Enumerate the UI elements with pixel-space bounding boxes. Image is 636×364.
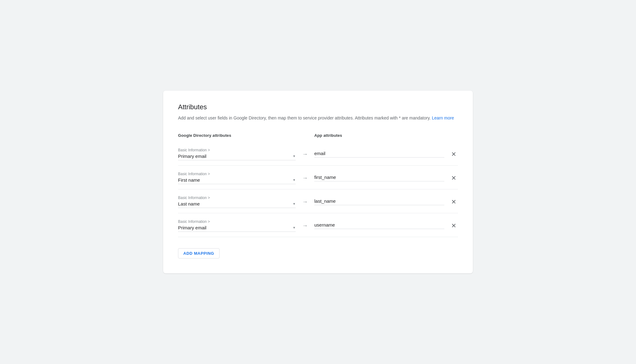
arrow-col-1: → (296, 175, 314, 181)
app-attr-1: ✕ (314, 174, 458, 182)
attr-select-wrapper-2[interactable]: Last name ▼ (178, 201, 296, 208)
remove-mapping-button-3[interactable]: ✕ (449, 221, 458, 230)
chevron-down-icon-0[interactable]: ▼ (293, 154, 296, 158)
attributes-card: Attributes Add and select user fields in… (163, 91, 473, 273)
app-attr-2: ✕ (314, 197, 458, 206)
right-column-label: App attributes (314, 133, 342, 138)
description-text: Add and select user fields in Google Dir… (178, 115, 431, 120)
arrow-col-3: → (296, 223, 314, 229)
app-attr-0: ✕ (314, 150, 458, 158)
attr-select-wrapper-3[interactable]: Primary email ▼ (178, 225, 296, 232)
mapping-row: Basic Information > Primary email ▼ → ✕ (178, 213, 458, 237)
mapping-row: Basic Information > Last name ▼ → ✕ (178, 189, 458, 213)
remove-mapping-button-2[interactable]: ✕ (449, 197, 458, 206)
chevron-down-icon-1[interactable]: ▼ (293, 178, 296, 182)
app-attr-input-1[interactable] (314, 175, 444, 181)
google-attr-1: Basic Information > First name ▼ (178, 172, 296, 184)
mapping-row: Basic Information > Primary email ▼ → ✕ (178, 142, 458, 166)
columns-header: Google Directory attributes App attribut… (178, 132, 458, 139)
left-column-header: Google Directory attributes (178, 132, 296, 138)
arrow-right-icon-1: → (302, 175, 308, 181)
attr-select-value-3: Primary email (178, 225, 290, 230)
attr-select-value-1: First name (178, 177, 290, 183)
add-mapping-button[interactable]: ADD MAPPING (178, 248, 220, 258)
attr-select-value-0: Primary email (178, 154, 290, 159)
left-column-label: Google Directory attributes (178, 133, 231, 138)
attr-category-0: Basic Information > (178, 148, 296, 152)
app-attr-input-0[interactable] (314, 151, 444, 158)
attr-select-wrapper-1[interactable]: First name ▼ (178, 177, 296, 184)
google-attr-3: Basic Information > Primary email ▼ (178, 219, 296, 232)
arrow-col-2: → (296, 199, 314, 205)
chevron-down-icon-3[interactable]: ▼ (293, 226, 296, 229)
page-description: Add and select user fields in Google Dir… (178, 115, 458, 121)
right-column-header: App attributes (314, 132, 458, 138)
learn-more-link[interactable]: Learn more (432, 115, 454, 120)
remove-mapping-button-0[interactable]: ✕ (449, 150, 458, 158)
app-attr-input-3[interactable] (314, 222, 444, 229)
arrow-right-icon-3: → (302, 223, 308, 229)
attr-category-3: Basic Information > (178, 219, 296, 224)
remove-mapping-button-1[interactable]: ✕ (449, 174, 458, 182)
page-title: Attributes (178, 103, 458, 111)
app-attr-input-2[interactable] (314, 198, 444, 205)
app-attr-3: ✕ (314, 221, 458, 230)
arrow-right-icon-2: → (302, 199, 308, 205)
attr-select-wrapper-0[interactable]: Primary email ▼ (178, 154, 296, 160)
mappings-container: Basic Information > Primary email ▼ → ✕ … (178, 142, 458, 237)
attr-select-value-2: Last name (178, 201, 290, 206)
attr-category-2: Basic Information > (178, 196, 296, 200)
arrow-col-0: → (296, 151, 314, 158)
mapping-row: Basic Information > First name ▼ → ✕ (178, 166, 458, 189)
chevron-down-icon-2[interactable]: ▼ (293, 202, 296, 206)
google-attr-0: Basic Information > Primary email ▼ (178, 148, 296, 160)
google-attr-2: Basic Information > Last name ▼ (178, 196, 296, 208)
attr-category-1: Basic Information > (178, 172, 296, 176)
arrow-right-icon-0: → (302, 151, 308, 158)
